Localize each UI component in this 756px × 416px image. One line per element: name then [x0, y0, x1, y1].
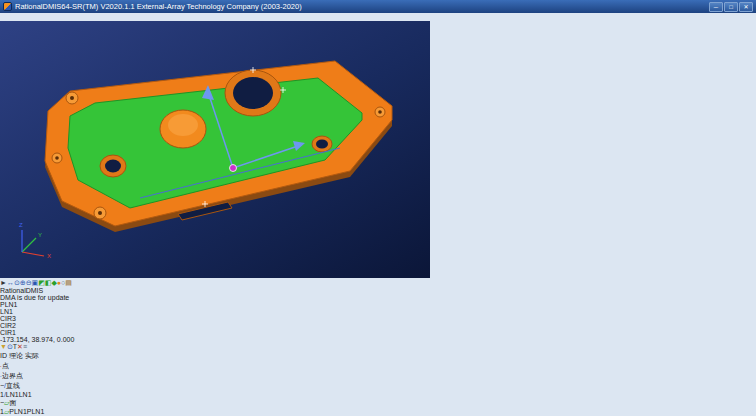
logo-text-rational: Rational	[0, 287, 26, 294]
view-top-icon[interactable]: ◩	[38, 279, 45, 286]
minimize-button[interactable]: ─	[709, 2, 723, 12]
close-button[interactable]: ✕	[739, 2, 753, 12]
maximize-button[interactable]: □	[724, 2, 738, 12]
update-badge: DMA is due for update	[0, 294, 756, 301]
main-content: X Y Z ►↔⊙⊕⊖▣◩◧◆●○▤ RationalDMIS DMA is d…	[0, 8, 756, 416]
feature-tag-cir1[interactable]: CIR1	[0, 329, 756, 336]
select-cursor-icon[interactable]: ►	[0, 279, 7, 286]
feature-tag-ln1[interactable]: LN1	[0, 308, 756, 315]
app-window: RationalDMIS64-SR(TM) V2020.1.1 External…	[0, 0, 756, 416]
probe-position-readout: -173.154, 38.974, 0.000	[0, 336, 756, 343]
list-view-icon[interactable]: ≡	[23, 343, 27, 350]
pan-view-icon[interactable]: ↔	[7, 279, 14, 286]
feature-tag-cir3[interactable]: CIR3	[0, 315, 756, 322]
scene-canvas[interactable]: X Y Z	[0, 8, 430, 278]
column-actual: 实际	[25, 352, 39, 359]
feature-tag-pln1[interactable]: PLN1	[0, 301, 756, 308]
feature-actual: PLN1	[27, 408, 45, 415]
logo-text-dmis: DMIS	[26, 287, 44, 294]
feature-tag-cir2[interactable]: CIR2	[0, 322, 756, 329]
window-title: RationalDMIS64-SR(TM) V2020.1.1 External…	[15, 2, 302, 11]
tree-row-点[interactable]: ∙点	[0, 361, 756, 371]
axis-x-label: X	[47, 253, 51, 259]
tree-row-边界点[interactable]: ∙边界点	[0, 371, 756, 381]
feature-tree: ∙点∙边界点−/直线1/LN1LN1−▱面1▱PLN1PLN1−○圆1○CIR1…	[0, 361, 756, 416]
axis-y-label: Y	[38, 232, 42, 238]
rationaldmis-logo: RationalDMIS	[0, 287, 756, 294]
window-controls: ─ □ ✕	[709, 2, 753, 12]
feature-tree-panel: ▼⊙T✕≡ ID 理论 实际 ∙点∙边界点−/直线1/LN1LN1−▱面1▱PL…	[0, 343, 756, 416]
tree-item-label: PLN1	[9, 408, 27, 415]
feature-panel-toolbar: ▼⊙T✕≡	[0, 343, 756, 351]
tree-row-面[interactable]: −▱面	[0, 398, 756, 408]
tree-row-PLN1[interactable]: 1▱PLN1PLN1	[0, 408, 756, 416]
feature-actual: LN1	[19, 391, 32, 398]
tree-item-label: 点	[2, 362, 9, 369]
feature-tree-header: ID 理论 实际	[0, 351, 756, 361]
tree-item-label: 边界点	[2, 372, 23, 379]
filter-icon[interactable]: ▼	[0, 343, 7, 350]
hole-large[interactable]	[233, 77, 273, 109]
axis-z-label: Z	[19, 222, 23, 228]
titlebar: RationalDMIS64-SR(TM) V2020.1.1 External…	[0, 0, 756, 13]
column-nominal: 理论	[9, 352, 23, 359]
tree-item-label: 面	[9, 399, 16, 406]
hole-right[interactable]	[316, 140, 328, 149]
hole-left[interactable]	[105, 160, 121, 173]
app-logo-icon	[3, 2, 12, 11]
origin-marker[interactable]	[230, 165, 237, 172]
viewport-toolbar: ►↔⊙⊕⊖▣◩◧◆●○▤	[0, 279, 756, 287]
tree-row-LN1[interactable]: 1/LN1LN1	[0, 391, 756, 398]
cad-layers-icon[interactable]: ▤	[65, 279, 72, 286]
tree-item-label: LN1	[6, 391, 19, 398]
tree-item-label: 直线	[6, 382, 20, 389]
column-id: ID	[0, 352, 7, 359]
viewport-3d[interactable]: X Y Z ►↔⊙⊕⊖▣◩◧◆●○▤ RationalDMIS DMA is d…	[0, 8, 756, 343]
tree-row-直线[interactable]: −/直线	[0, 381, 756, 391]
